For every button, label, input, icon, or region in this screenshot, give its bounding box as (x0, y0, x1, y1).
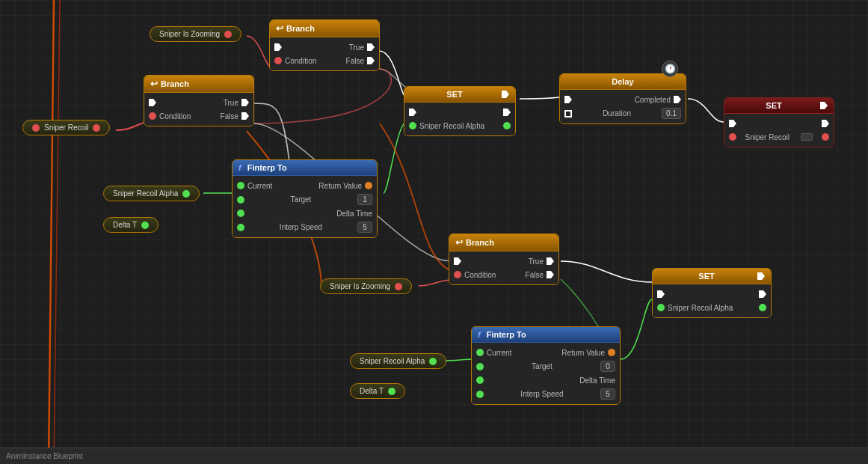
branch-header-left: ↩ Branch (144, 76, 253, 93)
target-pin (237, 196, 244, 204)
deltatime-row: Delta Time (472, 373, 620, 387)
false-pin (241, 112, 249, 120)
pin-out (141, 222, 149, 229)
current-label: Current (487, 349, 511, 357)
var-label: Sniper Recoil Alpha (113, 189, 178, 198)
deltatime-label: Delta Time (579, 376, 615, 385)
pin-label: Sniper Recoil (745, 133, 789, 141)
sniper-zooming-var-1: Sniper Is Zooming (150, 26, 241, 42)
branch-exec-row: True (270, 40, 379, 54)
set-body: Sniper Recoil Alpha (404, 103, 515, 135)
completed-label: Completed (635, 96, 671, 104)
var-label: Sniper Recoil Alpha (360, 357, 425, 365)
branch-body-top: True Condition False (270, 37, 379, 70)
var-label: Delta T (360, 387, 384, 395)
pin-out (429, 358, 437, 365)
false-pin (547, 271, 554, 278)
finterp-to-node-1: f Finterp To Current Return Value Target… (232, 159, 378, 238)
green-pin-in (657, 304, 665, 311)
exec-out (503, 109, 511, 116)
pin-row: Sniper Recoil (724, 130, 834, 144)
value-pin-out (503, 122, 511, 129)
red-pin-out (822, 133, 829, 141)
bottom-bar: AnimInstance Blueprint (0, 448, 868, 464)
set-pin-row: Sniper Recoil Alpha (404, 119, 515, 132)
true-label: True (529, 257, 544, 266)
target-row: Target 0 (472, 359, 620, 373)
pin-out (388, 388, 395, 395)
branch-condition-row: Condition False (270, 54, 379, 67)
finterp-body-2: Current Return Value Target 0 Delta Time… (472, 343, 620, 404)
set-header: SET (404, 87, 515, 103)
target-label: Target (291, 195, 312, 204)
pin-row: Sniper Recoil Alpha (653, 301, 771, 314)
value-pin-in (409, 122, 416, 129)
false-label: False (346, 57, 364, 65)
branch-node-left: ↩ Branch True Condition False (144, 75, 254, 126)
exec-out (759, 290, 766, 298)
pin-label: Sniper Recoil Alpha (668, 304, 733, 312)
var-label: Sniper Is Zooming (159, 30, 220, 38)
branch-node-top: ↩ Branch True Condition False (269, 19, 380, 71)
pin-out (93, 124, 100, 132)
condition-pin (454, 271, 461, 278)
var-label: Delta T (113, 221, 137, 229)
deltatime-pin (237, 210, 244, 217)
branch-body-mid: True Condition False (449, 251, 558, 284)
set-sniper-recoil-node: SET Sniper Recoil (724, 97, 834, 147)
branch-condition-row: Condition False (144, 109, 253, 123)
green-pin-out (759, 304, 766, 311)
return-label: Return Value (561, 349, 605, 357)
branch-node-mid: ↩ Branch True Condition False (449, 233, 559, 285)
delay-exec-row: Completed (560, 93, 686, 106)
deltatime-row: Delta Time (233, 207, 377, 220)
finterp-to-node-2: f Finterp To Current Return Value Target… (471, 326, 621, 405)
deltatime-label: Delta Time (336, 210, 372, 218)
branch-body-left: True Condition False (144, 93, 253, 126)
target-row: Target 1 (233, 192, 377, 207)
sniper-recoil-var: Sniper Recoil (22, 120, 110, 135)
current-label: Current (247, 182, 272, 190)
branch-condition-row: Condition False (449, 268, 558, 281)
return-label: Return Value (318, 182, 362, 190)
interp-value: 5 (357, 222, 372, 233)
finterp-header-1: f Finterp To (233, 160, 377, 176)
current-row: Current Return Value (233, 179, 377, 192)
interp-label: Interp Speed (280, 223, 322, 231)
sniper-zooming-var-2: Sniper Is Zooming (320, 278, 412, 294)
set-header-2: SET (653, 269, 771, 284)
true-label: True (224, 99, 238, 107)
set-sniper-recoil-alpha-2-node: SET Sniper Recoil Alpha (652, 268, 772, 318)
current-row: Current Return Value (472, 346, 620, 359)
delay-duration-row: Duration 0.1 (560, 106, 686, 120)
condition-pin-in (149, 112, 156, 120)
set-exec-row (404, 106, 515, 119)
var-label: Sniper Is Zooming (330, 282, 390, 290)
exec-row (724, 117, 834, 130)
pin-out (395, 283, 402, 290)
true-pin (547, 257, 554, 265)
return-pin (365, 182, 372, 189)
exec-in (409, 109, 416, 116)
delta-t-var-2: Delta T (350, 383, 405, 399)
exec-out (822, 120, 829, 127)
status-text: AnimInstance Blueprint (6, 452, 83, 460)
false-label: False (221, 112, 238, 120)
interp-pin (476, 391, 484, 398)
interp-row: Interp Speed 5 (233, 220, 377, 234)
exec-row (653, 287, 771, 301)
current-pin (476, 349, 484, 356)
exec-in-pin (149, 99, 156, 106)
duration-label: Duration (603, 109, 631, 117)
var-label: Sniper Recoil (44, 123, 88, 132)
branch-header-top: ↩ Branch (270, 20, 379, 37)
checkbox (801, 133, 813, 141)
set-dr-header: SET (724, 98, 834, 114)
delta-t-var-1: Delta T (103, 217, 158, 233)
true-pin (367, 43, 375, 51)
condition-label: Condition (464, 271, 496, 279)
blueprint-canvas[interactable]: Sniper Recoil Sniper Is Zooming ↩ Branch… (0, 0, 868, 464)
target-pin (476, 363, 484, 370)
exec-in (564, 96, 572, 103)
branch-exec-row: True (449, 254, 558, 268)
